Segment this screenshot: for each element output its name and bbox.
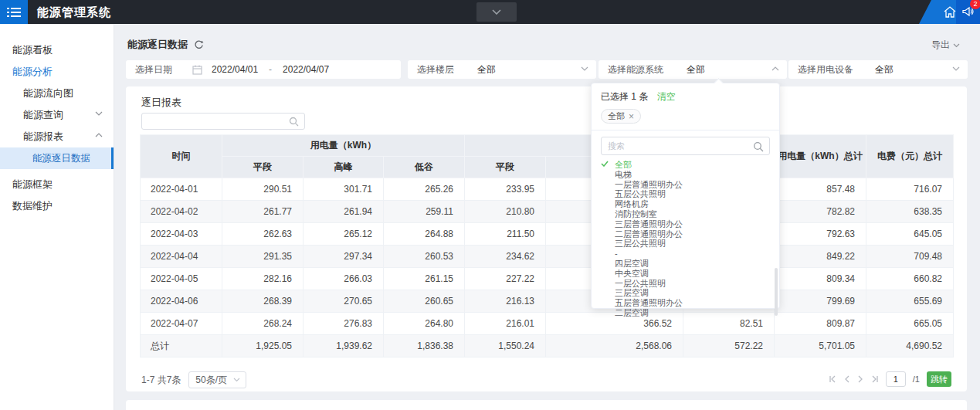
- cell-value: 259.11: [384, 201, 465, 223]
- remove-tag-icon[interactable]: ×: [629, 112, 634, 121]
- export-label: 导出: [931, 39, 950, 52]
- device-select[interactable]: 选择用电设备 全部: [788, 60, 968, 79]
- next-section-card: [126, 400, 967, 410]
- dropdown-search: [601, 137, 770, 155]
- sidebar-item-0[interactable]: 能源看板: [0, 39, 114, 61]
- sidebar-item-6[interactable]: 能源框架: [0, 174, 114, 195]
- announcement-button[interactable]: 2: [956, 0, 980, 24]
- cell-value: 211.50: [465, 223, 546, 246]
- sidebar-item-4[interactable]: 能源报表: [0, 126, 114, 147]
- dropdown-option[interactable]: 全部: [592, 160, 779, 170]
- menu-toggle-button[interactable]: [0, 0, 28, 24]
- cell-time: 总计: [141, 335, 222, 357]
- floor-select[interactable]: 选择楼层 全部: [408, 60, 596, 79]
- cell-value: 799.69: [775, 290, 866, 313]
- last-page-button[interactable]: [870, 375, 879, 383]
- cell-value: 216.01: [465, 313, 546, 335]
- energy-management-app: { "topbar": { "title": "能源管理系统" }, "side…: [0, 0, 980, 410]
- selected-count-text: 已选择 1 条: [601, 91, 648, 102]
- first-page-button[interactable]: [829, 375, 837, 383]
- date-range-filter[interactable]: 选择日期 2022/04/01 - 2022/04/07: [126, 60, 401, 79]
- daily-energy-table: 时间 用电量（kWh） 电费（元） 用电量（kWh）总计 电费（元）总计 平段 …: [140, 134, 954, 357]
- chevron-up-icon: [95, 133, 103, 137]
- cell-value: 638.35: [866, 201, 954, 223]
- dropdown-option-label: -: [615, 249, 618, 258]
- table-search-input[interactable]: [141, 113, 305, 130]
- page-size-value: 50条/页: [195, 374, 227, 385]
- app-title: 能源管理系统: [37, 0, 111, 24]
- cell-value: 268.24: [222, 313, 303, 335]
- table-row: 2022-04-02261.77261.94259.11210.80782.82…: [141, 201, 954, 223]
- cell-value: 1,550.24: [465, 335, 546, 357]
- cell-value: 301.71: [303, 178, 384, 201]
- cell-value: 849.22: [775, 246, 866, 268]
- sidebar-item-2[interactable]: 能源流向图: [0, 83, 114, 104]
- dropdown-option[interactable]: 消防控制室: [592, 209, 779, 219]
- daily-report-card: 逐日报表 时间 用电量（kWh） 电费（元） 用电量（kWh）总计 电费（元）总…: [126, 86, 967, 391]
- date-separator: -: [269, 64, 272, 75]
- page-title: 能源逐日数据: [127, 38, 188, 52]
- export-button[interactable]: 导出: [931, 39, 960, 52]
- refresh-icon[interactable]: [194, 40, 204, 50]
- chevron-down-icon: [952, 66, 960, 71]
- dropdown-option[interactable]: -: [592, 249, 779, 259]
- dropdown-option[interactable]: 一层普通照明办公: [592, 180, 779, 190]
- pagination-range-text: 1-7 共7条: [141, 374, 181, 387]
- navbar-collapse-button[interactable]: [476, 2, 517, 22]
- dropdown-option-label: 五层公共照明: [615, 189, 666, 198]
- dropdown-option[interactable]: 网络机房: [592, 199, 779, 209]
- dropdown-option[interactable]: 三层空调: [592, 288, 779, 298]
- dropdown-option[interactable]: 二层空调: [592, 308, 779, 317]
- energy-system-select[interactable]: 选择能源系统 全部: [599, 60, 787, 79]
- dropdown-option[interactable]: 三层普通照明办公: [592, 219, 779, 229]
- dropdown-option[interactable]: 五层普通照明办公: [592, 298, 779, 308]
- selected-tag[interactable]: 全部 ×: [601, 109, 641, 124]
- dropdown-option[interactable]: 中央空调: [592, 269, 779, 279]
- date-filter-label: 选择日期: [126, 63, 172, 76]
- dropdown-option-label: 二层普通照明办公: [615, 229, 683, 239]
- dropdown-option[interactable]: 五层公共照明: [592, 189, 779, 199]
- sidebar-item-label: 能源看板: [12, 44, 53, 56]
- cell-value: 1,925.05: [222, 335, 303, 357]
- dropdown-option[interactable]: 二层普通照明办公: [592, 229, 779, 239]
- next-page-button[interactable]: [857, 375, 863, 383]
- device-select-value: 全部: [875, 63, 894, 76]
- sidebar-item-label: 能源报表: [23, 130, 63, 142]
- page-number-input[interactable]: 1: [886, 371, 906, 387]
- dropdown-option[interactable]: 一层公共照明: [592, 279, 779, 289]
- sidebar-item-1[interactable]: 能源分析: [0, 61, 114, 83]
- cell-value: 266.03: [303, 268, 384, 290]
- energy-select-label: 选择能源系统: [599, 63, 663, 76]
- report-title: 逐日报表: [141, 96, 181, 110]
- dropdown-option[interactable]: 电梯: [592, 170, 779, 180]
- dropdown-option-label: 电梯: [615, 170, 632, 179]
- sidebar-item-5[interactable]: 能源逐日数据: [0, 147, 114, 169]
- cell-value: 265.12: [303, 223, 384, 246]
- selected-tags-row: 全部 ×: [592, 103, 779, 130]
- dropdown-option-label: 三层公共照明: [615, 239, 666, 248]
- cell-value: 809.34: [775, 268, 866, 290]
- dropdown-option-list: 全部电梯一层普通照明办公五层公共照明网络机房消防控制室三层普通照明办公二层普通照…: [592, 160, 779, 317]
- prev-page-button[interactable]: [844, 375, 850, 383]
- col-header-time: 时间: [141, 135, 222, 178]
- first-page-icon: [829, 375, 837, 383]
- cell-value: 2,568.06: [546, 335, 683, 357]
- date-end-value: 2022/04/07: [283, 64, 329, 75]
- sidebar-item-3[interactable]: 能源查询: [0, 104, 114, 126]
- select-dropdown-panel: 已选择 1 条 清空 全部 × 全部电梯一层普通照明办公五层公共照明网络机房消防…: [591, 83, 780, 309]
- cell-value: 268.39: [222, 290, 303, 313]
- sidebar-item-label: 数据维护: [12, 200, 53, 212]
- jump-button[interactable]: 跳转: [927, 371, 951, 387]
- col-header-total-fee: 电费（元）总计: [866, 135, 954, 178]
- dropdown-option[interactable]: 三层公共照明: [592, 239, 779, 249]
- dropdown-option[interactable]: 四层空调: [592, 259, 779, 269]
- col-header-flat-fee: 平段: [465, 157, 546, 178]
- cell-value: 227.22: [465, 268, 546, 290]
- cell-time: 2022-04-02: [141, 201, 222, 223]
- sidebar-item-7[interactable]: 数据维护: [0, 195, 114, 217]
- dropdown-search-input[interactable]: [602, 137, 769, 154]
- clear-selection-button[interactable]: 清空: [657, 91, 676, 102]
- dropdown-option-label: 五层普通照明办公: [615, 298, 683, 307]
- page-size-select[interactable]: 50条/页: [188, 371, 246, 388]
- cell-value: 857.48: [775, 178, 866, 201]
